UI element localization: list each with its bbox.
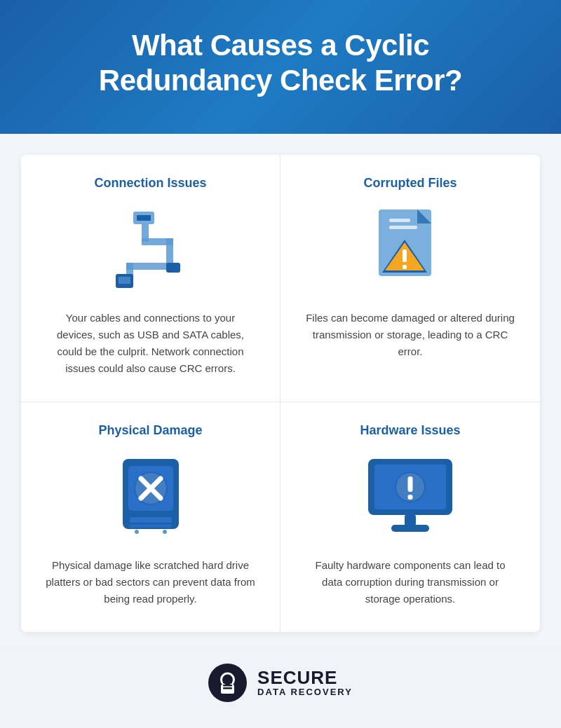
corrupted-files-title: Corrupted Files [305, 176, 515, 191]
svg-rect-13 [389, 226, 417, 229]
svg-rect-24 [130, 517, 172, 523]
connection-issues-desc: Your cables and connections to your devi… [46, 310, 255, 377]
svg-rect-12 [389, 219, 410, 222]
hardware-issues-title: Hardware Issues [305, 423, 515, 438]
svg-rect-9 [166, 263, 180, 273]
svg-rect-1 [137, 215, 151, 221]
connection-issues-icon-area [46, 205, 255, 296]
physical-damage-icon-area [46, 452, 255, 543]
usb-cable-icon [102, 208, 200, 292]
hardware-issues-icon [365, 455, 456, 540]
hardware-issues-icon-area [305, 452, 515, 543]
svg-rect-17 [403, 265, 407, 269]
svg-rect-33 [408, 495, 413, 500]
corrupted-files-desc: Files can become damaged or altered duri… [305, 310, 515, 360]
svg-point-27 [163, 530, 167, 534]
connection-issues-title: Connection Issues [46, 176, 255, 191]
header: What Causes a Cyclic Redundancy Check Er… [0, 0, 561, 134]
svg-rect-25 [130, 524, 172, 528]
svg-rect-41 [223, 687, 232, 689]
svg-point-26 [135, 530, 139, 534]
cell-connection-issues: Connection Issues [21, 155, 280, 402]
footer-brand-text: SECURE DATA RECOVERY [257, 668, 353, 698]
footer-data-recovery-label: DATA RECOVERY [257, 687, 353, 697]
page-title: What Causes a Cyclic Redundancy Check Er… [42, 28, 519, 99]
corrupted-file-icon [372, 206, 449, 294]
footer-logo-icon [208, 664, 247, 702]
svg-rect-40 [223, 685, 232, 687]
physical-damage-desc: Physical damage like scratched hard driv… [46, 557, 255, 607]
svg-rect-8 [119, 277, 130, 284]
physical-damage-title: Physical Damage [46, 423, 255, 438]
physical-damage-icon [116, 455, 186, 540]
footer: SECURE DATA RECOVERY [0, 646, 561, 723]
svg-rect-4 [166, 238, 173, 266]
svg-rect-32 [408, 476, 413, 492]
content-grid: Connection Issues [21, 155, 540, 632]
svg-rect-35 [391, 525, 429, 532]
hardware-issues-desc: Faulty hardware components can lead to d… [305, 557, 515, 607]
cell-physical-damage: Physical Damage [21, 402, 280, 632]
footer-secure-label: SECURE [257, 668, 353, 688]
svg-rect-16 [403, 249, 407, 262]
cell-corrupted-files: Corrupted Files [280, 155, 540, 402]
corrupted-files-icon-area [305, 205, 515, 296]
main-content: Connection Issues [0, 134, 561, 646]
cell-hardware-issues: Hardware Issues [280, 402, 540, 632]
svg-rect-34 [405, 515, 416, 526]
svg-rect-39 [223, 682, 232, 684]
svg-rect-5 [126, 263, 173, 270]
